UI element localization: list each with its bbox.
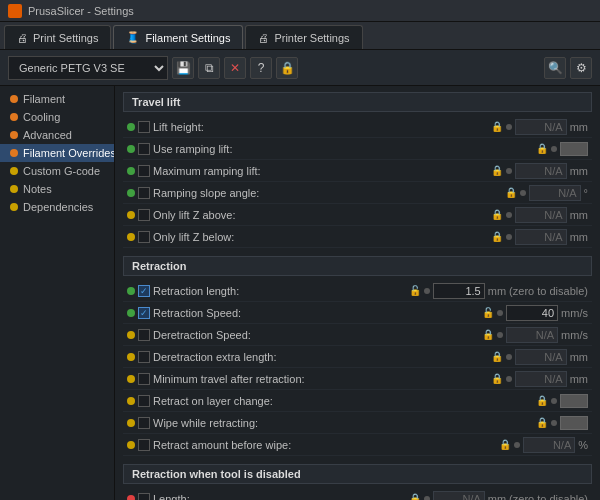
swatch-retract-layer[interactable] <box>560 394 588 408</box>
swatch-ramping-lift[interactable] <box>560 142 588 156</box>
cb-retraction-length[interactable]: ✓ <box>138 285 150 297</box>
input-lift-z-below[interactable] <box>515 229 567 245</box>
input-lift-z-above[interactable] <box>515 207 567 223</box>
search-button[interactable]: 🔍 <box>544 57 566 79</box>
delete-button[interactable]: ✕ <box>224 57 246 79</box>
cb-retract-layer[interactable] <box>138 395 150 407</box>
label-slope-angle: Ramping slope angle: <box>153 187 502 199</box>
input-deretraction-speed[interactable] <box>506 327 558 343</box>
dot-wipe-retracting <box>127 419 135 427</box>
label-lift-z-above: Only lift Z above: <box>153 209 488 221</box>
main-content: Travel lift Lift height: 🔒 mm Use rampin… <box>115 86 600 500</box>
cb-wipe-retracting[interactable] <box>138 417 150 429</box>
cb-min-travel[interactable] <box>138 373 150 385</box>
label-min-travel: Minimum travel after retraction: <box>153 373 488 385</box>
input-retract-before-wipe[interactable] <box>523 437 575 453</box>
unit-lift-height: mm <box>570 121 588 133</box>
title-bar: PrusaSlicer - Settings <box>0 0 600 22</box>
row-lift-z-above: Only lift Z above: 🔒 mm <box>123 204 592 226</box>
section-retraction: Retraction <box>123 256 592 276</box>
tab-bar: 🖨 Print Settings 🧵 Filament Settings 🖨 P… <box>0 22 600 50</box>
sidebar-cooling-label: Cooling <box>23 111 60 123</box>
cb-lift-height[interactable] <box>138 121 150 133</box>
input-max-ramping[interactable] <box>515 163 567 179</box>
cb-length-tool[interactable] <box>138 493 150 501</box>
sidebar: Filament Cooling Advanced Filament Overr… <box>0 86 115 500</box>
input-retraction-speed[interactable] <box>506 305 558 321</box>
cb-lift-z-below[interactable] <box>138 231 150 243</box>
lock-ramping-lift[interactable]: 🔒 <box>536 143 548 155</box>
config-button[interactable]: ⚙ <box>570 57 592 79</box>
input-retraction-length[interactable] <box>433 283 485 299</box>
sidebar-item-advanced[interactable]: Advanced <box>0 126 114 144</box>
copy-button[interactable]: ⧉ <box>198 57 220 79</box>
dot-retraction-length <box>127 287 135 295</box>
tab-print-settings[interactable]: 🖨 Print Settings <box>4 25 111 49</box>
unit-retraction-speed: mm/s <box>561 307 588 319</box>
tab-printer-settings[interactable]: 🖨 Printer Settings <box>245 25 362 49</box>
lock-min-travel[interactable]: 🔒 <box>491 373 503 385</box>
tab-icon-filament: 🧵 <box>126 31 140 44</box>
sidebar-item-filament[interactable]: Filament <box>0 90 114 108</box>
unit-min-travel: mm <box>570 373 588 385</box>
swatch-wipe-retracting[interactable] <box>560 416 588 430</box>
sidebar-item-cooling[interactable]: Cooling <box>0 108 114 126</box>
bullet-ramping-lift <box>551 146 557 152</box>
sidebar-item-dependencies[interactable]: Dependencies <box>0 198 114 216</box>
lock-retraction-speed[interactable]: 🔓 <box>482 307 494 319</box>
profile-select[interactable]: Generic PETG V3 SE <box>8 56 168 80</box>
input-length-tool[interactable] <box>433 491 485 501</box>
bullet-retraction-length <box>424 288 430 294</box>
input-min-travel[interactable] <box>515 371 567 387</box>
input-slope-angle[interactable] <box>529 185 581 201</box>
tab-icon-printer: 🖨 <box>258 32 269 44</box>
label-deretraction-extra: Deretraction extra length: <box>153 351 488 363</box>
bullet-slope-angle <box>520 190 526 196</box>
lock-deretraction-extra[interactable]: 🔒 <box>491 351 503 363</box>
unit-retract-before-wipe: % <box>578 439 588 451</box>
lock-retraction-length[interactable]: 🔓 <box>409 285 421 297</box>
bullet-deretraction-extra <box>506 354 512 360</box>
dot-retract-before-wipe <box>127 441 135 449</box>
cb-deretraction-extra[interactable] <box>138 351 150 363</box>
sidebar-item-custom-gcode[interactable]: Custom G-code <box>0 162 114 180</box>
lock-lift-height[interactable]: 🔒 <box>491 121 503 133</box>
bullet-wipe-retracting <box>551 420 557 426</box>
lock-slope-angle[interactable]: 🔒 <box>505 187 517 199</box>
lock-retract-layer[interactable]: 🔒 <box>536 395 548 407</box>
sidebar-notes-label: Notes <box>23 183 52 195</box>
overrides-dot <box>10 149 18 157</box>
help-button[interactable]: ? <box>250 57 272 79</box>
label-ramping-lift: Use ramping lift: <box>153 143 533 155</box>
input-deretraction-extra[interactable] <box>515 349 567 365</box>
cb-ramping-lift[interactable] <box>138 143 150 155</box>
cb-deretraction-speed[interactable] <box>138 329 150 341</box>
row-lift-height: Lift height: 🔒 mm <box>123 116 592 138</box>
sidebar-item-filament-overrides[interactable]: Filament Overrides <box>0 144 114 162</box>
row-ramping-lift: Use ramping lift: 🔒 <box>123 138 592 160</box>
dot-lift-height <box>127 123 135 131</box>
cb-max-ramping[interactable] <box>138 165 150 177</box>
bullet-max-ramping <box>506 168 512 174</box>
label-retract-layer: Retract on layer change: <box>153 395 533 407</box>
cb-slope-angle[interactable] <box>138 187 150 199</box>
save-button[interactable]: 💾 <box>172 57 194 79</box>
input-lift-height[interactable] <box>515 119 567 135</box>
lock-wipe-retracting[interactable]: 🔒 <box>536 417 548 429</box>
sidebar-deps-label: Dependencies <box>23 201 93 213</box>
lock-lift-z-below[interactable]: 🔒 <box>491 231 503 243</box>
cb-lift-z-above[interactable] <box>138 209 150 221</box>
bullet-lift-z-above <box>506 212 512 218</box>
sidebar-item-notes[interactable]: Notes <box>0 180 114 198</box>
section-retraction-tool: Retraction when tool is disabled <box>123 464 592 484</box>
lock-deretraction-speed[interactable]: 🔒 <box>482 329 494 341</box>
dot-length-tool <box>127 495 135 501</box>
lock-lift-z-above[interactable]: 🔒 <box>491 209 503 221</box>
cb-retract-before-wipe[interactable] <box>138 439 150 451</box>
lock-max-ramping[interactable]: 🔒 <box>491 165 503 177</box>
tab-filament-settings[interactable]: 🧵 Filament Settings <box>113 25 243 49</box>
lock-button[interactable]: 🔒 <box>276 57 298 79</box>
lock-retract-before-wipe[interactable]: 🔒 <box>499 439 511 451</box>
cb-retraction-speed[interactable]: ✓ <box>138 307 150 319</box>
lock-length-tool[interactable]: 🔒 <box>409 493 421 501</box>
